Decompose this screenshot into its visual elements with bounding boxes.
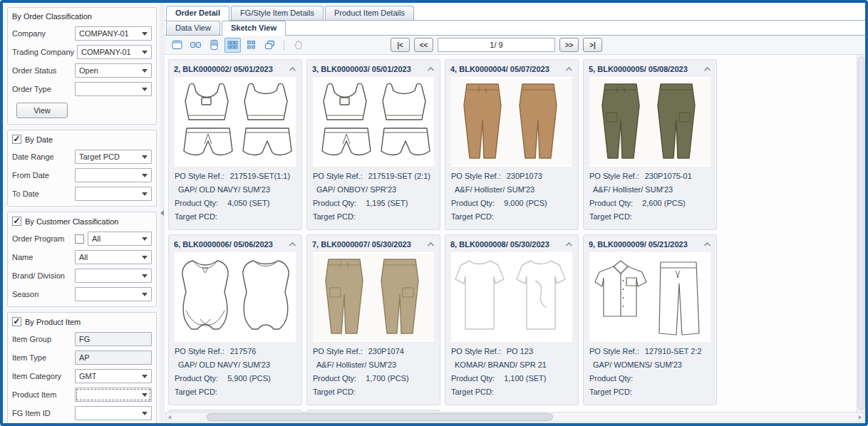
garment-sketch-image xyxy=(451,252,572,342)
text-field[interactable]: AP xyxy=(75,350,152,365)
small-grid-view-icon[interactable] xyxy=(243,38,259,53)
collapse-chevron-icon[interactable] xyxy=(565,241,573,247)
target-pcd-label: Target PCD: xyxy=(451,388,494,396)
dropdown[interactable] xyxy=(75,269,152,283)
field-row: Company COMPANY-01 xyxy=(12,26,152,41)
field-row: Item Group FG xyxy=(12,332,152,346)
order-card[interactable]: 6, BLK0000006/ 05/06/2023 PO Style Ref.:… xyxy=(168,234,302,405)
collapse-chevron-icon[interactable] xyxy=(703,66,711,72)
page-indicator: 1/ 9 xyxy=(438,38,555,52)
field-label: FG Item ID xyxy=(12,409,75,417)
tab-fg-style-item-details[interactable]: FG/Style Item Details xyxy=(231,6,324,20)
last-page-button[interactable]: >| xyxy=(583,38,602,52)
order-card[interactable]: 4, BLK0000004/ 05/07/2023 PO Style Ref.:… xyxy=(445,59,579,230)
sidebar-splitter[interactable] xyxy=(160,3,165,423)
section-checkbox[interactable]: ✓ xyxy=(12,317,21,326)
text-field[interactable]: FG xyxy=(75,332,152,346)
scroll-left-icon[interactable] xyxy=(168,415,171,420)
product-qty-value: 4,050 (SET) xyxy=(227,199,269,207)
toolbar-separator xyxy=(284,40,284,51)
dropdown[interactable]: All xyxy=(88,232,152,246)
chevron-down-icon xyxy=(142,293,148,296)
target-pcd-label: Target PCD: xyxy=(589,212,632,221)
section-title: By Customer Classification xyxy=(25,217,118,226)
collapse-chevron-icon[interactable] xyxy=(703,241,711,247)
collapse-chevron-icon[interactable] xyxy=(289,66,296,72)
dropdown[interactable]: GMT xyxy=(75,369,152,383)
product-qty-label: Product Qty: xyxy=(589,199,633,207)
garment-sketch-image xyxy=(451,77,572,167)
field-label: Item Category xyxy=(12,372,75,380)
vertical-scrollbar-thumb[interactable] xyxy=(858,56,864,410)
dropdown[interactable] xyxy=(75,187,152,201)
order-card[interactable]: 2, BLK0000002/ 05/01/2023 PO Style Ref.:… xyxy=(168,59,302,230)
cascade-view-icon[interactable] xyxy=(262,38,278,53)
dropdown[interactable]: COMPANY-01 xyxy=(77,45,152,59)
dropdown[interactable]: Target PCD xyxy=(75,150,152,164)
tab-data-view[interactable]: Data View xyxy=(166,21,220,35)
field-value: COMPANY-01 xyxy=(79,29,129,38)
field-label: Trading Company xyxy=(12,48,77,56)
single-view-icon[interactable] xyxy=(169,38,185,53)
field-label: Product Item xyxy=(12,390,75,399)
side-by-side-view-icon[interactable] xyxy=(187,38,204,53)
thumbnail-grid-view-icon[interactable] xyxy=(224,38,241,53)
customer-brand-season: A&F/ Hollister/ SUM'23 xyxy=(316,360,396,369)
tab-product-item-details[interactable]: Product Item Details xyxy=(325,6,414,20)
product-qty-label: Product Qty: xyxy=(313,199,356,207)
dropdown[interactable]: Open xyxy=(75,63,152,78)
tab-order-detail[interactable]: Order Detail xyxy=(166,6,229,21)
dropdown[interactable] xyxy=(75,168,152,182)
order-card[interactable]: 7, BLK0000007/ 05/30/2023 PO Style Ref.:… xyxy=(306,234,440,405)
order-card[interactable]: 8, BLK0000008/ 05/30/2023 PO Style Ref.:… xyxy=(445,234,579,405)
dropdown[interactable] xyxy=(75,82,152,96)
collapse-chevron-icon[interactable] xyxy=(565,66,573,72)
order-card[interactable]: 9, BLK0000009/ 05/21/2023 PO Style Ref.:… xyxy=(583,234,717,405)
prev-page-button[interactable]: << xyxy=(414,38,433,52)
collapse-chevron-icon[interactable] xyxy=(289,241,296,247)
dropdown[interactable] xyxy=(75,388,152,402)
garment-sketch-image xyxy=(313,252,434,342)
section-title: By Order Classification xyxy=(12,12,92,21)
field-value: FG xyxy=(79,335,90,343)
field-value: All xyxy=(79,253,88,261)
order-card-title: 6, BLK0000006/ 05/06/2023 xyxy=(174,240,273,249)
field-label: Brand/ Division xyxy=(12,271,75,280)
horizontal-scrollbar[interactable] xyxy=(165,412,864,422)
field-row: Product Item xyxy=(12,388,152,402)
order-card[interactable]: 3, BLK0000003/ 05/01/2023 PO Style Ref.:… xyxy=(306,59,440,230)
dropdown[interactable] xyxy=(75,287,152,301)
collapse-chevron-icon[interactable] xyxy=(427,66,435,72)
first-page-button[interactable]: |< xyxy=(391,38,410,52)
inline-checkbox[interactable] xyxy=(75,234,84,244)
section-checkbox[interactable]: ✓ xyxy=(12,217,21,226)
filter-section: ✓ By Product Item Item Group FG Item Typ… xyxy=(7,312,157,423)
target-pcd-label: Target PCD: xyxy=(589,388,632,396)
product-qty-label: Product Qty: xyxy=(589,374,633,383)
dropdown[interactable]: All xyxy=(75,250,152,264)
view-button[interactable]: View xyxy=(16,103,68,118)
dropdown[interactable]: COMPANY-01 xyxy=(75,26,152,41)
field-row: Order Program All xyxy=(12,232,152,246)
field-row: Item Category GMT xyxy=(12,369,152,383)
order-card[interactable]: 5, BLK0000005/ 05/08/2023 PO Style Ref.:… xyxy=(583,59,717,230)
product-qty-value: 2,600 (PCS) xyxy=(642,199,686,207)
split-view-icon[interactable] xyxy=(206,38,222,53)
horizontal-scrollbar-thumb[interactable] xyxy=(207,413,553,421)
tab-sketch-view[interactable]: Sketch View xyxy=(222,21,286,36)
po-style-ref-label: PO Style Ref.: xyxy=(589,347,639,355)
collapse-chevron-icon[interactable] xyxy=(427,241,435,247)
pan-icon xyxy=(290,38,306,53)
chevron-down-icon xyxy=(142,274,148,278)
garment-sketch-image xyxy=(589,77,711,167)
next-page-button[interactable]: >> xyxy=(559,38,579,52)
customer-brand-season: GAP/ OLD NAVY/ SUM'23 xyxy=(178,360,270,369)
garment-sketch-image xyxy=(175,252,296,342)
field-row: Date Range Target PCD xyxy=(12,150,152,164)
scroll-right-icon[interactable] xyxy=(859,415,862,420)
field-row: Season xyxy=(12,287,152,301)
po-style-ref-value: 230P1075-01 xyxy=(645,172,692,180)
vertical-scrollbar[interactable] xyxy=(857,55,865,412)
section-checkbox[interactable]: ✓ xyxy=(12,135,21,144)
dropdown[interactable] xyxy=(75,406,152,420)
